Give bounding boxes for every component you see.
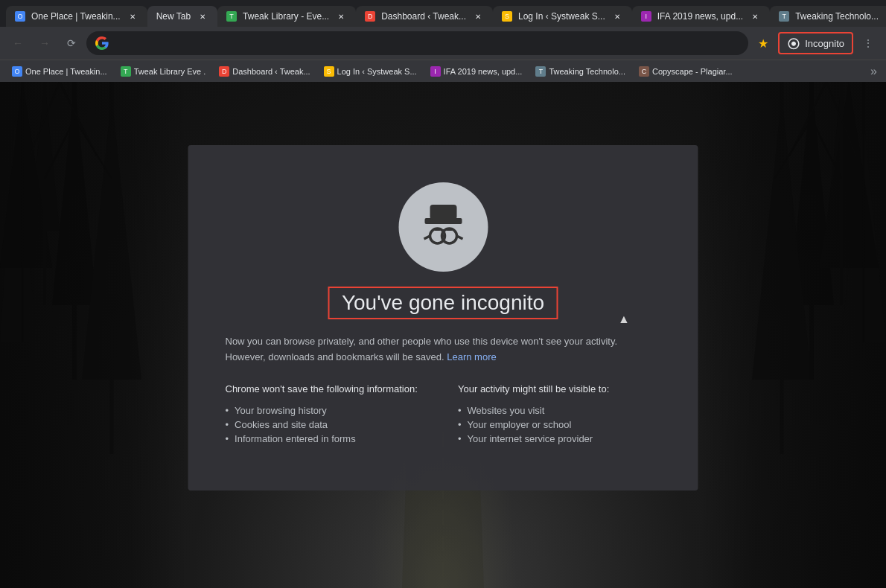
tab-label-ifa: IFA 2019 news, upd... xyxy=(657,11,743,22)
bookmarks-more-button[interactable]: » xyxy=(867,63,880,80)
bookmark-favicon-tweaking: T xyxy=(535,66,546,77)
bookmark-label-tweaking: Tweaking Technolo... xyxy=(549,67,625,76)
wont-save-list: Your browsing history Cookies and site d… xyxy=(226,403,429,446)
navigation-bar: ← → ⟳ ★ Incognito ⋮ xyxy=(0,27,886,60)
incognito-title: You've gone incognito xyxy=(328,287,558,319)
svg-marker-14 xyxy=(819,82,879,268)
bookmark-favicon-one-place: O xyxy=(12,66,22,77)
bookmark-one-place[interactable]: O One Place | Tweakin... xyxy=(6,65,113,78)
visible-to-item-3: Your internet service provider xyxy=(458,432,661,446)
learn-more-link[interactable]: Learn more xyxy=(447,351,496,362)
tab-close-ifa[interactable]: ✕ xyxy=(749,10,761,22)
bookmark-favicon-copy: C xyxy=(639,66,649,77)
bookmark-star-button[interactable]: ★ xyxy=(751,31,775,55)
tab-favicon: O xyxy=(15,11,25,22)
bookmark-copyscape[interactable]: C Copyscape - Plagiar... xyxy=(633,65,739,78)
tab-favicon-ifa: I xyxy=(641,11,651,22)
bookmark-label-dash: Dashboard ‹ Tweak... xyxy=(232,67,310,76)
bookmarks-bar: O One Place | Tweakin... T Tweak Library… xyxy=(0,60,886,82)
bookmark-favicon-ifa: I xyxy=(430,66,441,77)
tab-label-tweaking: Tweaking Technolo... xyxy=(795,11,879,22)
tab-close-active[interactable]: ✕ xyxy=(197,10,208,22)
incognito-description: Now you can browse privately, and other … xyxy=(226,334,661,365)
visible-to-list: Websites you visit Your employer or scho… xyxy=(458,403,661,446)
bookmark-dashboard[interactable]: D Dashboard ‹ Tweak... xyxy=(213,65,316,78)
wont-save-title: Chrome won't save the following informat… xyxy=(226,383,429,394)
incognito-label: Incognito xyxy=(805,38,844,49)
bookmark-label-login: Log In ‹ Systweak S... xyxy=(337,67,417,76)
bookmark-favicon-login: S xyxy=(324,66,334,77)
tab-label-tweak: Tweak Library - Eve... xyxy=(243,11,329,22)
incognito-icon xyxy=(787,36,800,50)
browser-window: O One Place | Tweakin... ✕ New Tab ✕ T T… xyxy=(0,0,886,588)
wont-save-column: Chrome won't save the following informat… xyxy=(226,383,429,446)
bookmark-label-one-place: One Place | Tweakin... xyxy=(25,67,107,76)
svg-rect-30 xyxy=(430,205,456,220)
forward-button[interactable]: → xyxy=(33,31,57,55)
incognito-desc-1: Now you can browse privately, and other … xyxy=(226,336,618,347)
bookmark-favicon-tweak: T xyxy=(121,66,131,77)
bookmark-ifa[interactable]: I IFA 2019 news, upd... xyxy=(424,65,529,78)
back-button[interactable]: ← xyxy=(6,31,30,55)
wont-save-item-3: Information entered in forms xyxy=(226,432,429,446)
visible-to-item-2: Your employer or school xyxy=(458,418,661,432)
title-bar: O One Place | Tweakin... ✕ New Tab ✕ T T… xyxy=(0,0,886,27)
incognito-icon-circle xyxy=(398,182,488,272)
bookmark-login[interactable]: S Log In ‹ Systweak S... xyxy=(318,65,423,78)
tab-close-login[interactable]: ✕ xyxy=(611,10,623,22)
tab-login[interactable]: S Log In ‹ Systweak S... ✕ xyxy=(493,6,632,27)
tab-close-tweak[interactable]: ✕ xyxy=(335,10,347,22)
tab-close-btn[interactable]: ✕ xyxy=(127,10,138,22)
tab-label-active: New Tab xyxy=(156,11,191,22)
bookmark-label-tweak: Tweak Library Eve . xyxy=(134,67,206,76)
bookmark-label-copy: Copyscape - Plagiar... xyxy=(652,67,733,76)
tab-new-tab[interactable]: New Tab ✕ xyxy=(147,6,217,27)
wont-save-item-1: Your browsing history xyxy=(226,403,429,418)
tab-close-dash[interactable]: ✕ xyxy=(472,10,484,22)
bookmark-favicon-dash: D xyxy=(219,66,229,77)
incognito-profile-button[interactable]: Incognito xyxy=(778,32,853,54)
tab-favicon-tweaking: T xyxy=(779,11,789,22)
svg-point-0 xyxy=(792,42,796,46)
page-content: You've gone incognito Now you can browse… xyxy=(0,82,886,588)
tab-label: One Place | Tweakin... xyxy=(31,11,121,22)
bookmark-label-ifa: IFA 2019 news, upd... xyxy=(444,67,523,76)
incognito-hat-glasses-icon xyxy=(413,197,473,257)
address-bar[interactable] xyxy=(86,31,748,55)
tab-favicon-tweak: T xyxy=(226,11,237,22)
tab-label-login: Log In ‹ Systweak S... xyxy=(518,11,605,22)
mouse-cursor: ▲ xyxy=(618,313,630,326)
tab-tweak-library[interactable]: T Tweak Library - Eve... ✕ xyxy=(217,6,356,27)
incognito-desc-2: However, downloads and bookmarks will be… xyxy=(226,351,444,362)
tab-ifa[interactable]: I IFA 2019 news, upd... ✕ xyxy=(632,6,770,27)
visible-to-column: Your activity might still be visible to:… xyxy=(458,383,661,446)
tab-label-dash: Dashboard ‹ Tweak... xyxy=(381,11,466,22)
tab-dashboard[interactable]: D Dashboard ‹ Tweak... ✕ xyxy=(356,6,493,27)
tab-favicon-login: S xyxy=(502,11,512,22)
chrome-menu-button[interactable]: ⋮ xyxy=(856,31,880,55)
visible-to-title: Your activity might still be visible to: xyxy=(458,383,661,394)
info-columns: Chrome won't save the following informat… xyxy=(226,383,661,446)
bookmark-tweak-library[interactable]: T Tweak Library Eve . xyxy=(115,65,212,78)
address-input[interactable] xyxy=(115,37,739,49)
tab-bar: O One Place | Tweakin... ✕ New Tab ✕ T T… xyxy=(6,0,886,27)
reload-button[interactable]: ⟳ xyxy=(60,31,83,55)
tab-one-place[interactable]: O One Place | Tweakin... ✕ xyxy=(6,6,147,27)
wont-save-item-2: Cookies and site data xyxy=(226,418,429,432)
google-icon xyxy=(95,36,109,50)
tab-favicon-dash: D xyxy=(365,11,375,22)
visible-to-item-1: Websites you visit xyxy=(458,403,661,418)
bookmark-tweaking[interactable]: T Tweaking Technolo... xyxy=(529,65,631,78)
tab-tweaking[interactable]: T Tweaking Technolo... ✕ xyxy=(770,6,886,27)
